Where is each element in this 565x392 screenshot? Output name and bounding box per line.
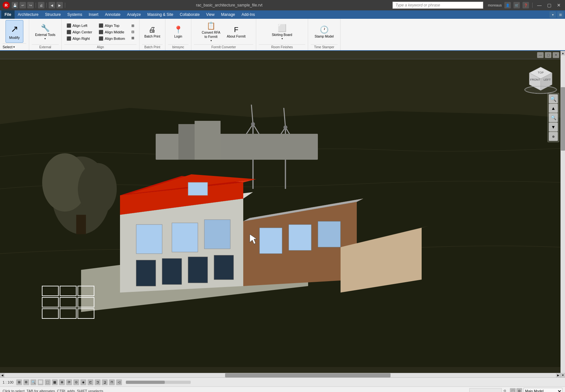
quick-launch-icon[interactable]: ⊞	[557, 11, 564, 18]
batch-print-button[interactable]: 🖨 Batch Print	[142, 21, 162, 43]
align-extra-3[interactable]: ⊠	[129, 35, 136, 41]
align-middle-button[interactable]: ⬛ Align Middle	[97, 29, 127, 35]
align-group: ⬛ Align Left ⬛ Align Center ⬛ Align Righ…	[62, 19, 139, 50]
menu-addins[interactable]: Add-Ins	[238, 10, 258, 19]
viewport-vscrollbar[interactable]: ▲ ▼	[560, 51, 565, 377]
next-button[interactable]: ▶	[56, 2, 63, 8]
save-button[interactable]: 💾	[12, 2, 18, 8]
orbit-down-button[interactable]: ▼	[549, 122, 558, 132]
user-icon[interactable]: 👤	[504, 2, 511, 8]
ribbon-expand-icon[interactable]: ▾	[549, 11, 556, 18]
model-selector[interactable]: Main Model	[523, 388, 562, 392]
menu-manage[interactable]: Manage	[218, 10, 238, 19]
align-bottom-button[interactable]: ⬛ Align Bottom	[97, 36, 127, 41]
select-label[interactable]: Select	[3, 45, 13, 49]
menu-annotate[interactable]: Annotate	[102, 10, 124, 19]
select-dropdown-icon[interactable]: ▾	[13, 45, 15, 49]
menu-structure[interactable]: Structure	[42, 10, 64, 19]
hscroll-thumb[interactable]	[225, 373, 391, 377]
status-icon-3[interactable]: 🔍	[30, 379, 36, 385]
vscroll-thumb[interactable]	[561, 87, 565, 151]
minimize-button[interactable]: —	[536, 2, 543, 9]
search-placeholder: Type a keyword or phrase	[395, 3, 440, 7]
status-icon-7[interactable]: ⊕	[59, 379, 65, 385]
ribbon: ↗ Modify Select ▾ 🔧 External Tools ▾ Ext…	[0, 19, 565, 51]
align-top-button[interactable]: ⬛ Align Top	[97, 23, 127, 29]
sync-icon[interactable]: ⊙	[516, 388, 522, 392]
vscroll-track[interactable]	[561, 55, 565, 373]
undo-button[interactable]: ↩	[19, 2, 26, 8]
redo-button[interactable]: ↪	[27, 2, 34, 8]
svg-rect-28	[136, 225, 162, 254]
hscroll-track[interactable]	[5, 373, 556, 377]
status-icon-4[interactable]: ⬜	[38, 379, 43, 385]
zoom-button[interactable]: 🔍	[549, 94, 558, 103]
menu-file[interactable]: File	[1, 10, 15, 19]
svg-rect-30	[204, 220, 230, 249]
align-left-col: ⬛ Align Left ⬛ Align Center ⬛ Align Righ…	[65, 23, 94, 41]
status-icon-2[interactable]: ⚙	[23, 379, 29, 385]
about-formit-button[interactable]: F About FormIt	[225, 21, 247, 43]
status-icon-8[interactable]: ⟳	[66, 379, 72, 385]
svg-rect-35	[289, 225, 311, 250]
status-icon-9[interactable]: ⊙	[73, 379, 79, 385]
align-right-button[interactable]: ⬛ Align Right	[65, 36, 94, 41]
hscroll-right-button[interactable]: ▶	[556, 373, 560, 377]
print-button[interactable]: 🖨	[38, 2, 44, 8]
winctrl-sep	[532, 3, 533, 8]
orbit-up-button[interactable]: ▲	[549, 104, 558, 113]
viewport-hscrollbar[interactable]: ◀ ▶	[0, 373, 560, 377]
shopping-icon[interactable]: 🛒	[513, 2, 520, 8]
hscroll-left-button[interactable]: ◀	[0, 373, 5, 377]
status-icon-10[interactable]: ◈	[80, 379, 86, 385]
model-status: :0 ⬚ ⊙ Main Model	[469, 388, 562, 392]
status-icon-1[interactable]: ⊞	[16, 379, 22, 385]
modify-button[interactable]: ↗ Modify	[6, 20, 23, 43]
align-extra-2[interactable]: ⊟	[129, 29, 136, 35]
viewport-restore-button[interactable]: ▢	[545, 52, 551, 58]
menu-systems[interactable]: Systems	[64, 10, 85, 19]
zoom-fit-button[interactable]: ⊕	[549, 132, 558, 141]
status-icon-12[interactable]: ⊐	[95, 379, 101, 385]
menu-architecture[interactable]: Architecture	[15, 10, 42, 19]
viewport-close-button[interactable]: ✕	[553, 52, 559, 58]
nav-panel: 🔍 ▲ 🔍 ▼ ⊕	[547, 93, 559, 142]
status-icon-14[interactable]: ⊓	[109, 379, 115, 385]
nav-cube[interactable]: TOP LEFT FRONT	[523, 61, 559, 96]
status-icon-15[interactable]: ◁	[116, 379, 122, 385]
stamp-model-button[interactable]: 🕐 Stamp Model	[313, 21, 336, 43]
menu-massing[interactable]: Massing & Site	[144, 10, 176, 19]
room-finishes-group: ⬜ Skirting Board ▾ Room Finishes	[256, 19, 308, 50]
align-center-button[interactable]: ⬛ Align Center	[65, 29, 94, 35]
app-title: rac_basic_architecture_sample_file.rvt	[68, 3, 391, 7]
worksharing-icon[interactable]: ⬚	[510, 388, 516, 392]
search-box[interactable]: Type a keyword or phrase	[392, 2, 483, 9]
vscroll-down-button[interactable]: ▼	[561, 373, 565, 377]
status-dropdown[interactable]	[469, 388, 502, 392]
align-left-button[interactable]: ⬛ Align Left	[65, 23, 94, 29]
close-button[interactable]: ✕	[555, 2, 562, 9]
convert-rfa-button[interactable]: 📋 Convert RFA to FormIt ▾	[200, 21, 222, 43]
vscroll-up-button[interactable]: ▲	[561, 51, 565, 55]
batch-print-content: 🖨 Batch Print	[142, 20, 162, 44]
align-extra-1[interactable]: ⊞	[129, 23, 136, 29]
menu-collaborate[interactable]: Collaborate	[176, 10, 203, 19]
status-icon-5[interactable]: ⬚	[45, 379, 51, 385]
menu-analyze[interactable]: Analyze	[124, 10, 144, 19]
login-button[interactable]: 📍 Login	[169, 21, 188, 43]
status-icon-11[interactable]: ⊏	[88, 379, 93, 385]
help-icon[interactable]: ❓	[523, 2, 529, 8]
external-tools-button[interactable]: 🔧 External Tools ▾	[33, 21, 57, 43]
maximize-button[interactable]: ▢	[546, 2, 553, 9]
skirting-board-button[interactable]: ⬜ Skirting Board ▾	[270, 21, 294, 43]
viewport-minimize-button[interactable]: —	[537, 52, 544, 58]
prev-button[interactable]: ◀	[49, 2, 55, 8]
zoom-in-button[interactable]: 🔍	[549, 113, 558, 122]
menu-insert[interactable]: Insert	[85, 10, 102, 19]
svg-rect-34	[259, 228, 282, 254]
status-icon-13[interactable]: ⊒	[102, 379, 108, 385]
external-tools-label: External Tools	[35, 33, 55, 37]
status-icon-6[interactable]: ▦	[52, 379, 58, 385]
scale-display: 1 : 100	[3, 380, 14, 384]
menu-view[interactable]: View	[203, 10, 218, 19]
